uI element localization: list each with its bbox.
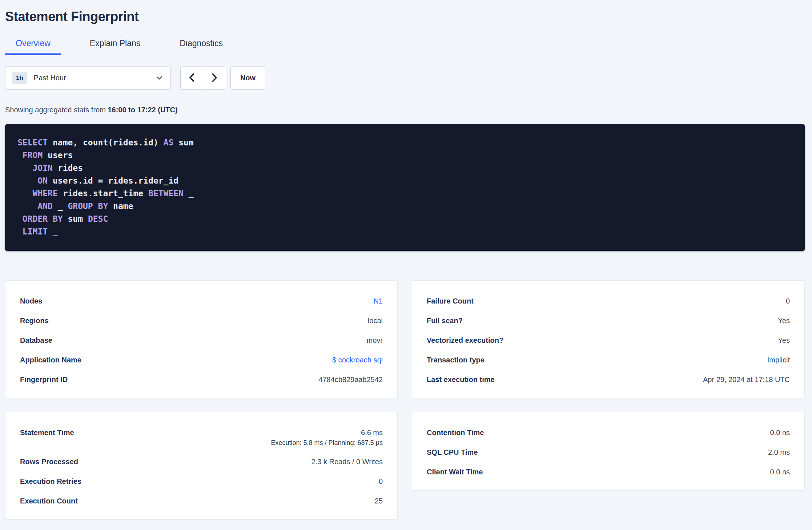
sql-keyword: ORDER BY [23, 214, 63, 224]
stat-row: Failure Count0 [427, 296, 790, 306]
stat-label: SQL CPU Time [427, 447, 478, 457]
stat-row: Execution Count25 [20, 496, 383, 506]
aggregated-stats-line: Showing aggregated stats from 16:00 to 1… [5, 105, 805, 115]
statement-times-card: Statement Time6.6 msExecution: 5.8 ms / … [5, 412, 398, 519]
wait-times-card: Contention Time0.0 nsSQL CPU Time2.0 msC… [412, 412, 805, 490]
stat-row: NodesN1 [20, 296, 383, 306]
sql-identifier: users.id = rides.rider_id [48, 176, 178, 185]
sql-keyword: SELECT [17, 138, 48, 147]
stat-row: Rows Processed2.3 k Reads / 0 Writes [20, 457, 383, 467]
sql-keyword: FROM [23, 150, 43, 160]
stat-row: Transaction typeImplicit [427, 355, 790, 365]
now-button[interactable]: Now [230, 66, 265, 90]
page-title: Statement Fingerprint [5, 0, 805, 25]
stat-value: 0.0 ns [770, 467, 790, 477]
stat-value-link[interactable]: N1 [373, 296, 383, 306]
stat-value: 2.3 k Reads / 0 Writes [311, 457, 383, 467]
sql-identifier: sum [173, 138, 193, 147]
stat-row: Last execution timeApr 29, 2024 at 17:18… [427, 374, 790, 385]
stat-label: Client Wait Time [427, 467, 483, 477]
sql-keyword: JOIN [33, 163, 53, 173]
stat-value: Yes [778, 335, 790, 345]
sql-identifier [17, 163, 33, 173]
stat-row: Full scan?Yes [427, 316, 790, 326]
stat-value: Apr 29, 2024 at 17:18 UTC [703, 374, 790, 385]
time-toolbar: 1h Past Hour Now [5, 66, 805, 90]
stat-value: 25 [375, 496, 383, 506]
stat-label: Contention Time [427, 427, 484, 438]
tab-explain-plans[interactable]: Explain Plans [79, 39, 151, 55]
tab-diagnostics[interactable]: Diagnostics [169, 39, 233, 55]
stat-label: Execution Count [20, 496, 78, 506]
sql-keyword: AS [164, 138, 174, 147]
sql-identifier [17, 201, 37, 211]
stat-value: 2.0 ms [768, 447, 790, 457]
sql-keyword: ON [37, 176, 48, 185]
stat-value: 4784cb829aab2542 [318, 374, 383, 385]
stat-subvalue: Execution: 5.8 ms / Planning: 687.5 µs [271, 438, 383, 447]
stats-line-range: 16:00 to 17:22 (UTC) [108, 106, 177, 114]
sql-keyword: GROUP BY [68, 201, 108, 211]
execution-attributes-card: Failure Count0Full scan?YesVectorized ex… [412, 280, 805, 398]
stat-row: Client Wait Time0.0 ns [427, 467, 790, 477]
sql-keyword: DESC [88, 214, 108, 224]
stats-cards-grid: NodesN1RegionslocalDatabasemovrApplicati… [5, 280, 805, 519]
stat-label: Application Name [20, 355, 81, 365]
stat-label: Transaction type [427, 355, 485, 365]
sql-statement-box: SELECT name, count(rides.id) AS sum FROM… [5, 124, 805, 251]
overview-details-card: NodesN1RegionslocalDatabasemovrApplicati… [5, 280, 398, 398]
stat-value: Yes [778, 316, 790, 326]
stat-value: Implicit [767, 355, 790, 365]
time-range-label: Past Hour [34, 74, 156, 82]
stat-label: Execution Retries [20, 476, 81, 486]
stat-value: 6.6 ms [271, 427, 383, 438]
stat-label: Failure Count [427, 296, 474, 306]
stat-value-link[interactable]: $ cockroach sql [332, 355, 383, 365]
time-range-badge: 1h [12, 72, 27, 84]
sql-identifier: rides.start_time [58, 189, 148, 198]
next-time-button[interactable] [203, 67, 226, 89]
sql-code: SELECT name, count(rides.id) AS sum FROM… [17, 136, 794, 238]
tab-bar: Overview Explain Plans Diagnostics [5, 39, 805, 55]
sql-identifier [17, 176, 37, 185]
sql-identifier: _ [184, 189, 194, 198]
chevron-right-icon [211, 73, 218, 84]
sql-keyword: AND [37, 201, 53, 211]
sql-identifier [17, 227, 23, 236]
stat-row: Contention Time0.0 ns [427, 427, 790, 438]
stat-row: Databasemovr [20, 335, 383, 345]
stat-row: Regionslocal [20, 316, 383, 326]
stat-label: Nodes [20, 296, 42, 306]
stat-value: 0 [786, 296, 790, 306]
prev-time-button[interactable] [181, 67, 203, 89]
sql-identifier [17, 150, 23, 160]
stat-label: Regions [20, 316, 49, 326]
sql-identifier: _ [53, 201, 68, 211]
stat-row: Fingerprint ID4784cb829aab2542 [20, 374, 383, 385]
sql-identifier: name [108, 201, 133, 211]
stat-label: Statement Time [20, 427, 74, 438]
stat-value: local [368, 316, 383, 326]
stat-label: Fingerprint ID [20, 374, 68, 385]
stat-row: Vectorized execution?Yes [427, 335, 790, 345]
stats-line-prefix: Showing aggregated stats from [5, 106, 108, 114]
sql-identifier [17, 189, 33, 198]
sql-keyword: WHERE [33, 189, 58, 198]
stat-row: Application Name$ cockroach sql [20, 355, 383, 365]
chevron-down-icon [156, 76, 162, 80]
time-range-dropdown[interactable]: 1h Past Hour [5, 66, 171, 90]
sql-identifier: sum [63, 214, 88, 224]
statement-fingerprint-page: Statement Fingerprint Overview Explain P… [0, 0, 812, 530]
stat-row: Execution Retries0 [20, 476, 383, 486]
stat-label: Rows Processed [20, 457, 78, 467]
stat-row: Statement Time6.6 msExecution: 5.8 ms / … [20, 427, 383, 447]
stat-label: Last execution time [427, 374, 495, 385]
stat-value: 0 [379, 476, 383, 486]
stat-value: movr [367, 335, 383, 345]
sql-identifier: users [43, 150, 73, 160]
stat-value: 0.0 ns [770, 427, 790, 438]
sql-identifier: name, count(rides.id) [48, 138, 164, 147]
sql-keyword: BETWEEN [148, 189, 184, 198]
sql-identifier: rides [53, 163, 83, 173]
tab-overview[interactable]: Overview [5, 39, 61, 55]
